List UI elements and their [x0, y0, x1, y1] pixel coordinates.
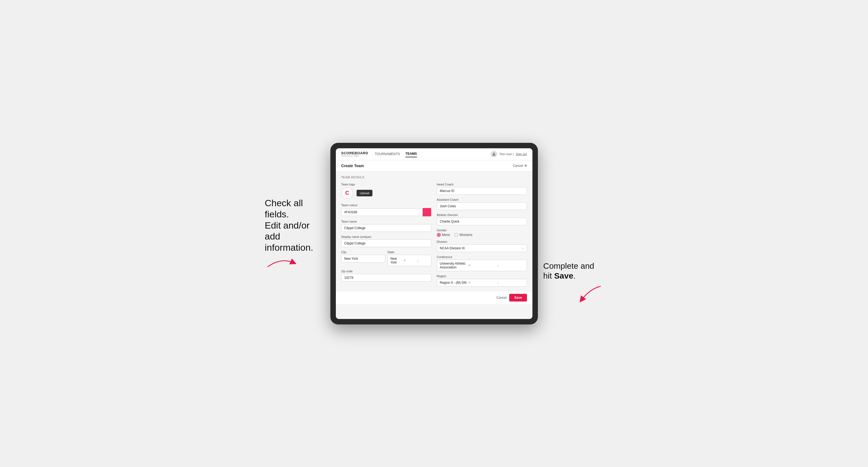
- division-label: Division: [437, 240, 527, 243]
- user-avatar: [491, 151, 497, 157]
- form-left: Team logo C Upload Team colo: [341, 183, 431, 286]
- nav-tournaments[interactable]: TOURNAMENTS: [375, 151, 400, 157]
- user-label: Test User |: [499, 152, 514, 156]
- nav-teams[interactable]: TEAMS: [405, 151, 417, 157]
- team-name-field: Team name: [341, 220, 431, 232]
- left-annotation: Check all fields. Edit and/or add inform…: [265, 197, 325, 270]
- right-annotation-text: Complete andhit Save.: [544, 261, 594, 281]
- state-label: State: [388, 250, 431, 254]
- city-label: City: [341, 250, 385, 254]
- state-field: State New York ✕ ⌄: [388, 250, 431, 266]
- form-grid: Team logo C Upload Team colo: [341, 183, 527, 286]
- conference-chevron-icon: ⌄: [497, 264, 524, 267]
- zip-label: Zip code: [341, 270, 431, 273]
- sign-out-link[interactable]: Sign out: [516, 152, 527, 156]
- conference-clear-icon[interactable]: ✕: [468, 264, 495, 267]
- region-clear-icon[interactable]: ✕: [468, 281, 495, 284]
- tablet-device: SCOREBOARD Powered by clippd TOURNAMENTS…: [330, 143, 538, 324]
- cancel-x-icon: ✕: [524, 164, 527, 168]
- gender-mens-radio[interactable]: [437, 233, 441, 237]
- region-select[interactable]: Region II - (M) DIII ✕ ⌄: [437, 279, 527, 286]
- city-input[interactable]: [341, 255, 385, 262]
- athletic-director-label: Athletic Director: [437, 213, 527, 217]
- logo-text: SCOREBOARD: [341, 151, 368, 155]
- athletic-director-field: Athletic Director: [437, 213, 527, 225]
- division-field: Division NCAA Division III: [437, 240, 527, 252]
- conference-select[interactable]: University Athletic Association ✕ ⌄: [437, 260, 527, 271]
- team-name-input[interactable]: [341, 224, 431, 232]
- left-arrow-icon: [265, 256, 298, 270]
- gender-field: Gender Mens: [437, 228, 527, 237]
- zip-field: Zip code: [341, 270, 431, 282]
- colour-swatch: [423, 208, 431, 217]
- display-name-label: Display name (unique): [341, 235, 431, 239]
- nav-links: TOURNAMENTS TEAMS: [375, 151, 417, 157]
- head-coach-label: Head Coach: [437, 183, 527, 186]
- assistant-coach-field: Assistant Coach: [437, 198, 527, 210]
- gender-label: Gender: [437, 228, 527, 232]
- upload-button[interactable]: Upload: [356, 190, 373, 196]
- navbar: SCOREBOARD Powered by clippd TOURNAMENTS…: [336, 148, 532, 160]
- region-label: Region: [437, 275, 527, 278]
- region-value: Region II - (M) DIII: [440, 281, 467, 285]
- logo-circle: C: [341, 187, 353, 199]
- division-select-wrapper: NCAA Division III: [437, 244, 527, 252]
- footer-cancel-button[interactable]: Cancel: [496, 296, 506, 300]
- conference-field: Conference University Athletic Associati…: [437, 255, 527, 271]
- team-logo-label: Team logo: [341, 183, 431, 186]
- city-field: City: [341, 250, 385, 266]
- header-cancel-button[interactable]: Cancel ✕: [513, 164, 527, 168]
- team-colour-input[interactable]: [341, 208, 423, 216]
- form-footer: Cancel Save: [336, 291, 532, 304]
- state-chevron-icon: ⌄: [417, 259, 428, 262]
- right-annotation: Complete andhit Save.: [544, 261, 603, 324]
- state-clear-icon[interactable]: ✕: [404, 259, 415, 262]
- tablet-screen: SCOREBOARD Powered by clippd TOURNAMENTS…: [336, 148, 532, 319]
- right-arrow-icon: [576, 283, 603, 303]
- team-colour-label: Team colour: [341, 204, 431, 207]
- state-value: New York: [391, 257, 402, 264]
- gender-womens-radio[interactable]: [454, 233, 458, 237]
- team-logo-field: Team logo C Upload: [341, 183, 431, 200]
- team-colour-field: Team colour: [341, 204, 431, 217]
- zip-input[interactable]: [341, 274, 431, 282]
- conference-value: University Athletic Association: [440, 261, 467, 269]
- gender-mens-label: Mens: [442, 233, 450, 237]
- logo-sub: Powered by clippd: [341, 155, 368, 157]
- region-chevron-icon: ⌄: [497, 281, 524, 284]
- head-coach-field: Head Coach: [437, 183, 527, 195]
- nav-right: Test User | Sign out: [491, 151, 527, 157]
- division-select[interactable]: NCAA Division III: [437, 244, 527, 252]
- left-annotation-text: Check all fields. Edit and/or add inform…: [265, 197, 325, 253]
- gender-mens-option[interactable]: Mens: [437, 233, 450, 237]
- team-name-label: Team name: [341, 220, 431, 223]
- create-team-header: Create Team Cancel ✕: [336, 160, 532, 172]
- footer-save-button[interactable]: Save: [509, 294, 527, 302]
- display-name-input[interactable]: [341, 240, 431, 247]
- region-field: Region Region II - (M) DIII ✕ ⌄: [437, 275, 527, 286]
- gender-radio-group: Mens Womens: [437, 233, 527, 237]
- assistant-coach-input[interactable]: [437, 203, 527, 210]
- gender-womens-option[interactable]: Womens: [454, 233, 472, 237]
- create-team-title: Create Team: [341, 164, 364, 168]
- form-right: Head Coach Assistant Coach Athletic Dire…: [437, 183, 527, 286]
- assistant-coach-label: Assistant Coach: [437, 198, 527, 201]
- athletic-director-input[interactable]: [437, 218, 527, 225]
- state-select[interactable]: New York ✕ ⌄: [388, 255, 431, 266]
- city-state-row: City State New York ✕ ⌄: [341, 250, 431, 266]
- page-wrapper: Check all fields. Edit and/or add inform…: [11, 143, 857, 324]
- head-coach-input[interactable]: [437, 187, 527, 195]
- page-content: TEAM DETAILS Team logo C: [336, 172, 532, 319]
- conference-label: Conference: [437, 255, 527, 259]
- display-name-field: Display name (unique): [341, 235, 431, 247]
- colour-row: [341, 208, 431, 217]
- logo-area: SCOREBOARD Powered by clippd: [341, 151, 368, 157]
- city-state-group: City State New York ✕ ⌄: [341, 250, 431, 266]
- section-label: TEAM DETAILS: [341, 176, 527, 179]
- logo-upload-area: C Upload: [341, 187, 431, 199]
- form-container: TEAM DETAILS Team logo C: [336, 172, 532, 291]
- gender-womens-label: Womens: [460, 233, 472, 237]
